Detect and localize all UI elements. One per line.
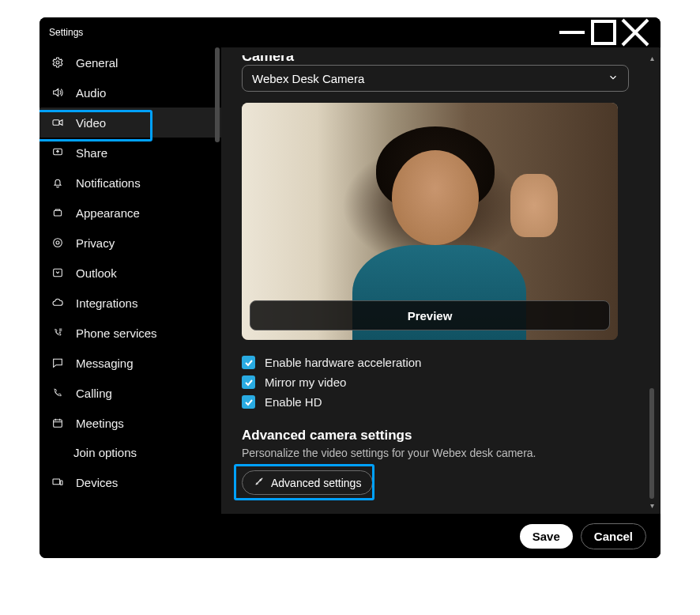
calendar-icon <box>51 416 65 430</box>
sidebar-item-video[interactable]: Video <box>40 108 221 138</box>
scroll-thumb[interactable] <box>649 388 654 499</box>
svg-point-4 <box>56 61 59 64</box>
checkbox-hd[interactable]: Enable HD <box>242 395 629 409</box>
advanced-settings-button[interactable]: Advanced settings <box>242 470 373 495</box>
outlook-icon <box>51 266 65 280</box>
checkbox-mirror[interactable]: Mirror my video <box>242 375 629 389</box>
sidebar-item-label: Outlook <box>76 266 117 280</box>
checkbox-label: Enable HD <box>265 395 322 409</box>
window-controls <box>556 21 651 44</box>
sidebar-item-label: Notifications <box>76 176 141 190</box>
maximize-icon <box>588 17 619 48</box>
rocket-icon <box>254 476 265 489</box>
advanced-settings-label: Advanced settings <box>271 477 361 489</box>
camera-selected-value: Webex Desk Camera <box>252 72 364 85</box>
sidebar-item-devices[interactable]: Devices <box>40 467 221 497</box>
video-icon <box>51 115 65 130</box>
sidebar-item-notifications[interactable]: Notifications <box>40 168 221 198</box>
sidebar-item-join-options[interactable]: Join options <box>40 438 221 467</box>
sidebar-scrollbar[interactable] <box>215 47 220 142</box>
sidebar-item-label: General <box>76 56 118 70</box>
svg-rect-15 <box>60 481 62 485</box>
camera-select-dropdown[interactable]: Webex Desk Camera <box>242 65 629 92</box>
checkbox-checked-icon <box>242 356 255 369</box>
sidebar-item-audio[interactable]: Audio <box>40 77 221 108</box>
sidebar-item-share[interactable]: Share <box>40 138 221 168</box>
sidebar-item-label: Audio <box>76 86 106 100</box>
footer: Save Cancel <box>221 514 660 558</box>
checkbox-label: Mirror my video <box>265 375 346 389</box>
sidebar-item-label: Messaging <box>76 357 134 370</box>
close-button[interactable] <box>619 21 651 44</box>
devices-icon <box>51 475 65 489</box>
bell-icon <box>51 175 65 190</box>
svg-point-16 <box>260 479 262 481</box>
sidebar-item-label: Phone services <box>76 326 157 340</box>
appearance-icon <box>51 206 65 220</box>
svg-rect-1 <box>593 21 615 43</box>
chevron-down-icon <box>608 72 619 85</box>
minimize-button[interactable] <box>556 21 588 44</box>
maximize-button[interactable] <box>588 21 619 44</box>
phone-services-icon <box>51 326 65 340</box>
speaker-icon <box>51 85 65 100</box>
preview-button[interactable]: Preview <box>250 300 610 330</box>
sidebar-item-label: Meetings <box>76 417 124 430</box>
checkbox-checked-icon <box>242 375 255 389</box>
window-title: Settings <box>49 27 83 38</box>
main-scrollbar[interactable]: ▴ ▾ <box>646 52 657 511</box>
sidebar-item-label: Share <box>76 146 107 160</box>
sidebar-item-privacy[interactable]: Privacy <box>40 228 221 258</box>
cancel-label: Cancel <box>594 530 633 543</box>
scroll-up-icon[interactable]: ▴ <box>646 52 657 63</box>
save-button[interactable]: Save <box>520 524 573 549</box>
camera-section-label: Camera <box>242 55 629 63</box>
settings-window: Settings General Audio <box>40 17 660 558</box>
sidebar[interactable]: General Audio Video Share Notifications <box>40 47 221 558</box>
sidebar-item-integrations[interactable]: Integrations <box>40 288 221 318</box>
sidebar-item-outlook[interactable]: Outlook <box>40 258 221 288</box>
messaging-icon <box>51 356 65 370</box>
svg-rect-13 <box>54 420 62 427</box>
video-checkboxes: Enable hardware acceleration Mirror my v… <box>242 356 629 409</box>
minimize-icon <box>556 17 588 48</box>
scroll-down-icon[interactable]: ▾ <box>646 500 657 511</box>
content: General Audio Video Share Notifications <box>40 47 660 558</box>
svg-rect-9 <box>54 210 61 216</box>
svg-rect-14 <box>53 479 60 485</box>
sidebar-item-messaging[interactable]: Messaging <box>40 348 221 378</box>
privacy-icon <box>51 236 65 250</box>
sidebar-item-appearance[interactable]: Appearance <box>40 198 221 228</box>
titlebar: Settings <box>40 17 660 47</box>
svg-point-10 <box>54 239 62 247</box>
sidebar-item-label: Integrations <box>76 296 137 310</box>
sidebar-item-calling[interactable]: Calling <box>40 378 221 408</box>
gear-icon <box>51 55 65 70</box>
main-pane: Camera Webex Desk Camera <box>221 47 660 558</box>
cloud-icon <box>51 296 65 310</box>
advanced-heading: Advanced camera settings <box>242 428 629 443</box>
sidebar-item-label: Video <box>76 116 106 130</box>
sidebar-item-meetings[interactable]: Meetings <box>40 408 221 438</box>
sidebar-item-label: Devices <box>76 476 118 489</box>
share-icon <box>51 145 65 160</box>
phone-icon <box>51 386 65 400</box>
svg-rect-6 <box>53 120 59 126</box>
close-icon <box>619 17 651 48</box>
sidebar-item-label: Appearance <box>76 206 140 220</box>
svg-point-11 <box>56 241 59 244</box>
svg-marker-7 <box>59 120 62 126</box>
sidebar-item-general[interactable]: General <box>40 47 221 77</box>
camera-preview: Preview <box>242 103 618 340</box>
cancel-button[interactable]: Cancel <box>581 523 646 549</box>
sidebar-item-phone-services[interactable]: Phone services <box>40 318 221 348</box>
checkbox-checked-icon <box>242 395 255 409</box>
checkbox-label: Enable hardware acceleration <box>265 356 421 369</box>
sidebar-item-label: Join options <box>73 446 137 459</box>
video-settings-scroll[interactable]: Camera Webex Desk Camera <box>221 47 660 514</box>
checkbox-hw-accel[interactable]: Enable hardware acceleration <box>242 356 629 369</box>
svg-marker-5 <box>54 89 58 96</box>
sidebar-item-label: Calling <box>76 387 112 400</box>
sidebar-item-label: Privacy <box>76 236 115 250</box>
preview-button-label: Preview <box>408 309 453 323</box>
